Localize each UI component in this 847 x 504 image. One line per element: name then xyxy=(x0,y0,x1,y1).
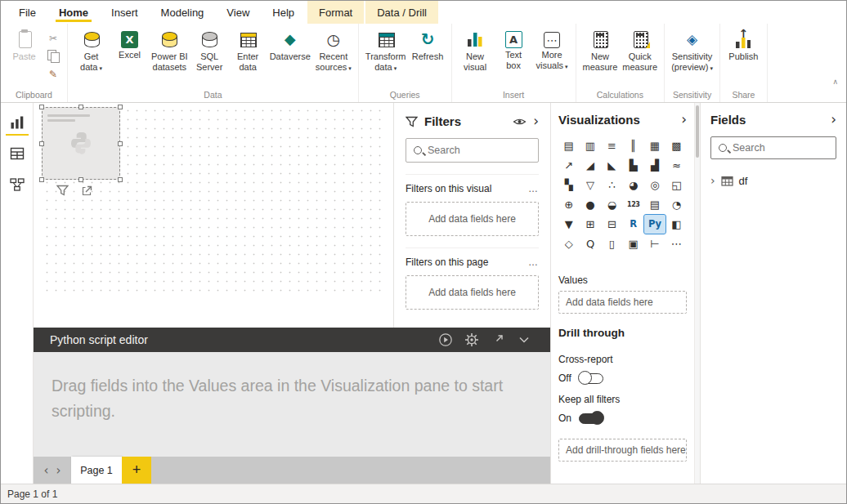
slicer-icon[interactable]: ▼ xyxy=(558,215,579,234)
tab-file[interactable]: File xyxy=(7,1,47,24)
scrollbar-thumb[interactable] xyxy=(696,105,699,158)
tab-insert[interactable]: Insert xyxy=(100,1,150,24)
decomposition-tree-icon[interactable]: ⊢ xyxy=(644,234,665,253)
visualizations-scrollbar[interactable] xyxy=(694,103,700,484)
recent-sources-button[interactable]: ◷ Recent sources▾ xyxy=(313,26,354,74)
more-visual-options-icon[interactable]: ⋯ xyxy=(666,234,687,253)
keep-all-filters-toggle[interactable] xyxy=(579,413,603,424)
focus-mode-icon[interactable] xyxy=(82,185,92,196)
resize-handle[interactable] xyxy=(39,141,44,146)
scatter-chart-icon[interactable]: ∴ xyxy=(602,176,622,194)
more-options-icon[interactable]: … xyxy=(528,183,539,194)
new-measure-button[interactable]: New measure xyxy=(580,26,621,74)
line-chart-icon[interactable]: ↗ xyxy=(558,156,579,175)
dataverse-button[interactable]: ◆ Dataverse xyxy=(267,26,313,62)
report-canvas[interactable] xyxy=(34,103,393,328)
filters-search-input[interactable] xyxy=(428,145,531,156)
collapse-fields-pane-icon[interactable]: › xyxy=(831,113,836,127)
line-and-stacked-column-chart-icon[interactable]: ▙ xyxy=(623,156,643,175)
multi-row-card-icon[interactable]: ▤ xyxy=(644,195,665,214)
matrix-icon[interactable]: ⊟ xyxy=(602,215,622,234)
treemap-icon[interactable]: ◱ xyxy=(666,176,687,194)
resize-handle[interactable] xyxy=(78,105,83,109)
new-visual-button[interactable]: New visual xyxy=(456,26,495,74)
resize-handle[interactable] xyxy=(118,141,123,146)
100-stacked-column-chart-icon[interactable]: ▩ xyxy=(666,136,687,155)
azure-map-icon[interactable]: ◒ xyxy=(602,195,622,214)
transform-data-button[interactable]: Transform data▾ xyxy=(363,26,409,74)
tab-data-drill[interactable]: Data / Drill xyxy=(365,1,438,24)
more-options-icon[interactable]: … xyxy=(528,256,539,268)
cross-report-toggle[interactable] xyxy=(579,373,603,384)
q-and-a-icon[interactable]: Q xyxy=(580,234,600,253)
resize-handle[interactable] xyxy=(39,177,44,182)
area-chart-icon[interactable]: ◢ xyxy=(580,156,600,175)
collapse-ribbon-icon[interactable]: ∧ xyxy=(832,78,838,86)
tab-modeling[interactable]: Modeling xyxy=(150,1,216,24)
cut-button[interactable] xyxy=(45,30,61,45)
report-view-button[interactable] xyxy=(6,111,29,136)
ribbon-chart-icon[interactable]: ≈ xyxy=(666,156,687,175)
line-and-clustered-column-chart-icon[interactable]: ▟ xyxy=(644,156,665,175)
values-drop-area[interactable]: Add data fields here xyxy=(558,291,687,314)
clustered-column-chart-icon[interactable]: ║ xyxy=(623,136,643,155)
paste-button[interactable]: Paste xyxy=(5,26,43,62)
map-icon[interactable]: ⊕ xyxy=(558,195,579,214)
page-tab[interactable]: Page 1 xyxy=(71,457,122,484)
sql-server-button[interactable]: SQL Server xyxy=(190,26,229,74)
key-influencers-icon[interactable]: ◧ xyxy=(666,215,687,234)
previous-page-icon[interactable]: ‹ xyxy=(40,457,52,484)
expand-chevron-icon[interactable]: › xyxy=(710,174,715,187)
clustered-bar-chart-icon[interactable]: ≡ xyxy=(602,136,622,155)
python-visual-icon[interactable]: Py xyxy=(644,215,665,234)
eye-icon[interactable] xyxy=(513,117,527,127)
refresh-button[interactable]: ↻ Refresh xyxy=(409,26,447,62)
fields-search-input[interactable] xyxy=(733,142,828,154)
filter-fields-drop-area[interactable]: Add data fields here xyxy=(406,275,539,310)
smart-narrative-icon[interactable]: ▯ xyxy=(602,234,622,253)
donut-chart-icon[interactable]: ◎ xyxy=(644,176,665,194)
kpi-icon[interactable]: ◔ xyxy=(666,195,687,214)
script-options-button[interactable] xyxy=(459,332,485,347)
resize-handle[interactable] xyxy=(118,105,123,109)
stacked-area-chart-icon[interactable]: ◣ xyxy=(602,156,622,175)
visual-filter-icon[interactable] xyxy=(56,185,69,196)
tab-home[interactable]: Home xyxy=(47,1,100,24)
copy-button[interactable] xyxy=(45,48,61,63)
text-box-button[interactable]: A Text box xyxy=(495,26,533,72)
format-painter-button[interactable] xyxy=(45,66,61,81)
stacked-bar-chart-icon[interactable]: ▤ xyxy=(558,136,579,155)
sensitivity-button[interactable]: ◈ Sensitivity (preview)▾ xyxy=(669,26,715,74)
data-view-button[interactable] xyxy=(6,142,29,167)
paginated-report-icon[interactable]: ▣ xyxy=(623,234,643,253)
more-visuals-button[interactable]: ⋯ More visuals▾ xyxy=(533,26,571,72)
collapse-visualizations-pane-icon[interactable]: › xyxy=(681,113,687,127)
python-editor-placeholder[interactable]: Drag fields into the Values area in the … xyxy=(34,352,550,457)
table-icon[interactable]: ⊞ xyxy=(580,215,600,234)
get-data-button[interactable]: Get data▾ xyxy=(72,26,110,74)
new-page-button[interactable]: + xyxy=(122,457,151,484)
excel-button[interactable]: X Excel xyxy=(110,26,149,60)
stacked-column-chart-icon[interactable]: ▥ xyxy=(580,136,600,155)
open-external-editor-button[interactable] xyxy=(485,334,511,346)
resize-handle[interactable] xyxy=(78,177,83,182)
card-icon[interactable]: 123 xyxy=(623,195,643,214)
filter-fields-drop-area[interactable]: Add data fields here xyxy=(406,202,539,236)
enter-data-button[interactable]: Enter data xyxy=(229,26,267,74)
waterfall-chart-icon[interactable]: ▚ xyxy=(558,176,579,194)
power-bi-datasets-button[interactable]: Power BI datasets xyxy=(149,26,190,74)
tab-view[interactable]: View xyxy=(215,1,261,24)
resize-handle[interactable] xyxy=(118,177,123,182)
collapse-filters-pane-icon[interactable]: › xyxy=(533,114,539,128)
funnel-chart-icon[interactable]: ▽ xyxy=(580,176,600,194)
publish-button[interactable]: ↑ Publish xyxy=(724,26,763,62)
drill-through-drop-area[interactable]: Add drill-through fields here xyxy=(558,439,687,462)
power-apps-icon[interactable]: ◇ xyxy=(558,234,579,253)
next-page-icon[interactable]: › xyxy=(52,457,65,484)
quick-measure-button[interactable]: Quick measure xyxy=(620,26,660,74)
resize-handle[interactable] xyxy=(39,105,44,109)
python-visual-placeholder[interactable] xyxy=(42,107,120,180)
tab-format[interactable]: Format xyxy=(307,1,364,24)
r-script-visual-icon[interactable]: R xyxy=(623,215,643,234)
field-table-df[interactable]: › df xyxy=(710,174,836,187)
